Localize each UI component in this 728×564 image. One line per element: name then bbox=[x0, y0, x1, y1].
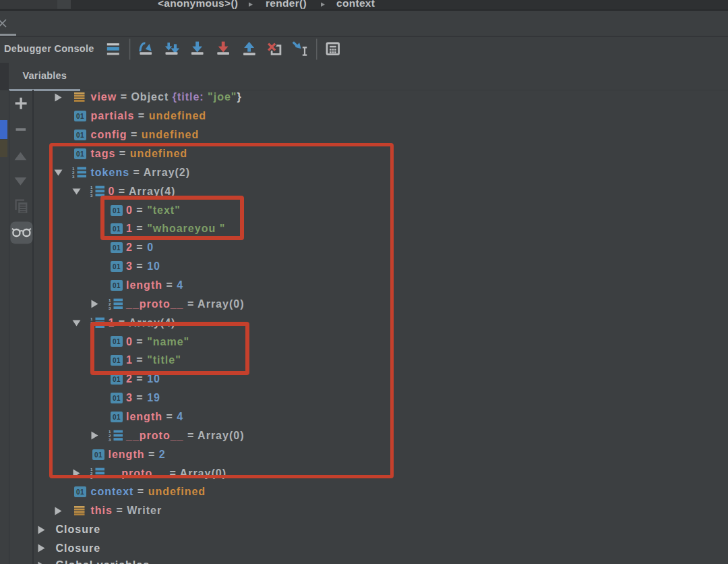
svg-text:01: 01 bbox=[76, 488, 84, 496]
svg-text:01: 01 bbox=[76, 132, 84, 139]
svg-text:01: 01 bbox=[76, 113, 84, 120]
